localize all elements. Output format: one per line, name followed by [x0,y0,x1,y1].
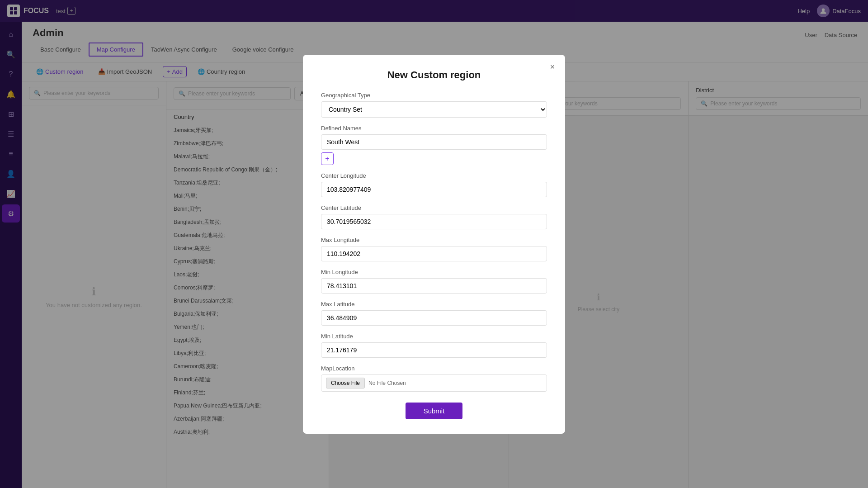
min-longitude-group: Min Longitude [321,269,547,294]
new-custom-region-modal: × New Custom region Geographical Type Co… [303,55,565,434]
no-file-chosen-text: No File Chosen [368,380,406,386]
center-latitude-input[interactable] [321,214,547,229]
center-longitude-input[interactable] [321,182,547,197]
max-longitude-group: Max Longitude [321,237,547,261]
center-latitude-group: Center Latitude [321,204,547,229]
center-longitude-label: Center Longitude [321,172,547,179]
center-longitude-group: Center Longitude [321,172,547,197]
max-latitude-label: Max Latitude [321,301,547,308]
min-latitude-input[interactable] [321,342,547,358]
modal-close-button[interactable]: × [547,62,558,73]
map-location-label: MapLocation [321,365,547,372]
center-latitude-label: Center Latitude [321,204,547,211]
file-input-row: Choose File No File Chosen [321,374,547,392]
min-latitude-group: Min Latitude [321,333,547,358]
defined-names-group: Defined Names + [321,125,547,165]
max-latitude-group: Max Latitude [321,301,547,326]
defined-names-label: Defined Names [321,125,547,132]
map-location-group: MapLocation Choose File No File Chosen [321,365,547,392]
max-longitude-input[interactable] [321,246,547,261]
min-longitude-label: Min Longitude [321,269,547,275]
max-longitude-label: Max Longitude [321,237,547,243]
defined-names-input[interactable] [321,134,547,150]
geographical-type-select[interactable]: Country Set Province Set City Set [321,101,547,118]
choose-file-button[interactable]: Choose File [326,378,365,389]
modal-title: New Custom region [321,69,547,81]
min-longitude-input[interactable] [321,278,547,294]
add-name-button[interactable]: + [321,152,334,165]
geographical-type-group: Geographical Type Country Set Province S… [321,92,547,118]
geographical-type-label: Geographical Type [321,92,547,99]
min-latitude-label: Min Latitude [321,333,547,340]
modal-overlay: × New Custom region Geographical Type Co… [0,0,868,488]
max-latitude-input[interactable] [321,310,547,326]
submit-button[interactable]: Submit [406,403,463,419]
